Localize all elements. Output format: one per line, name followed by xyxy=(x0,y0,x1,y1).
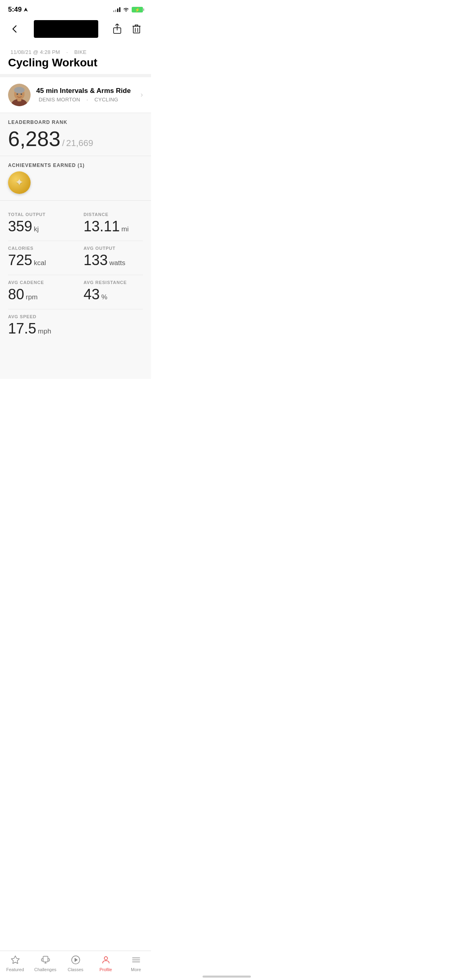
metric-unit: rpm xyxy=(26,294,37,301)
metric-avg-resistance: AVG RESISTANCE 43 % xyxy=(76,275,143,309)
location-arrow-icon xyxy=(23,7,28,12)
metric-label: AVG OUTPUT xyxy=(84,246,143,251)
class-instructor: DENIS MORTON · CYCLING xyxy=(36,97,141,103)
svg-point-14 xyxy=(17,93,18,95)
metric-value: 359 kj xyxy=(8,218,68,235)
rank-number: 6,283 xyxy=(8,128,60,149)
leaderboard-rank: 6,283 / 21,669 xyxy=(8,128,143,149)
rank-separator: / xyxy=(62,138,64,148)
divider-1 xyxy=(0,74,151,77)
instructor-avatar xyxy=(8,84,31,106)
svg-rect-2 xyxy=(133,26,140,33)
achievement-badge: ✦ xyxy=(8,171,31,194)
metric-value: 43 % xyxy=(84,286,143,303)
metric-label: TOTAL OUTPUT xyxy=(8,212,68,217)
metric-value: 133 watts xyxy=(84,252,143,268)
leaderboard-title: LEADERBOARD RANK xyxy=(8,119,143,125)
metric-value: 17.5 mph xyxy=(8,321,68,337)
metric-unit: mi xyxy=(122,226,129,233)
metric-unit: mph xyxy=(38,328,51,336)
signal-icon xyxy=(113,7,120,12)
metric-label: CALORIES xyxy=(8,246,68,251)
metric-unit: % xyxy=(101,294,108,301)
svg-marker-0 xyxy=(24,8,28,12)
metric-avg-output: AVG OUTPUT 133 watts xyxy=(76,241,143,275)
avatar-image xyxy=(8,84,31,106)
status-icons: ⚡ xyxy=(113,7,143,12)
chevron-right-icon: › xyxy=(141,91,143,99)
class-info: 45 min Intervals & Arms Ride DENIS MORTO… xyxy=(36,87,141,103)
nav-header xyxy=(0,17,151,43)
metric-unit: watts xyxy=(110,259,126,267)
metrics-grid: TOTAL OUTPUT 359 kj DISTANCE 13.11 mi CA… xyxy=(8,207,143,343)
metric-value: 80 rpm xyxy=(8,286,68,303)
battery-icon: ⚡ xyxy=(132,7,143,12)
nav-title xyxy=(34,20,98,38)
metrics-section: TOTAL OUTPUT 359 kj DISTANCE 13.11 mi CA… xyxy=(0,201,151,379)
metric-value: 725 kcal xyxy=(8,252,68,268)
nav-actions xyxy=(111,23,143,35)
rank-total: 21,669 xyxy=(66,138,93,148)
metric-label: AVG CADENCE xyxy=(8,280,68,285)
status-bar: 5:49 ⚡ xyxy=(0,0,151,17)
badge-star-icon: ✦ xyxy=(15,176,24,189)
share-button[interactable] xyxy=(111,23,124,35)
class-name: 45 min Intervals & Arms Ride xyxy=(36,87,141,95)
metric-unit: kj xyxy=(34,226,39,233)
achievements-title: ACHIEVEMENTS EARNED (1) xyxy=(8,163,143,168)
svg-point-15 xyxy=(21,93,22,95)
metric-total-output: TOTAL OUTPUT 359 kj xyxy=(8,207,76,241)
delete-button[interactable] xyxy=(130,23,143,35)
metric-value: 13.11 mi xyxy=(84,218,143,235)
class-card[interactable]: 45 min Intervals & Arms Ride DENIS MORTO… xyxy=(0,77,151,113)
achievements-section: ACHIEVEMENTS EARNED (1) ✦ xyxy=(0,156,151,200)
metric-avg-cadence: AVG CADENCE 80 rpm xyxy=(8,275,76,309)
time-display: 5:49 xyxy=(8,6,22,14)
metric-label: AVG RESISTANCE xyxy=(84,280,143,285)
status-time: 5:49 xyxy=(8,6,28,14)
workout-header: 11/08/21 @ 4:28 PM · BIKE Cycling Workou… xyxy=(0,43,151,74)
metric-calories: CALORIES 725 kcal xyxy=(8,241,76,275)
metric-label: DISTANCE xyxy=(84,212,143,217)
svg-point-13 xyxy=(14,87,25,93)
workout-title: Cycling Workout xyxy=(8,57,143,69)
wifi-icon xyxy=(123,7,129,12)
back-button[interactable] xyxy=(8,23,21,35)
metric-avg-speed: AVG SPEED 17.5 mph xyxy=(8,309,76,343)
workout-date: 11/08/21 @ 4:28 PM · BIKE xyxy=(8,49,143,55)
leaderboard-section: LEADERBOARD RANK 6,283 / 21,669 xyxy=(0,113,151,156)
metric-distance: DISTANCE 13.11 mi xyxy=(76,207,143,241)
metric-label: AVG SPEED xyxy=(8,314,68,319)
metric-unit: kcal xyxy=(34,259,46,267)
